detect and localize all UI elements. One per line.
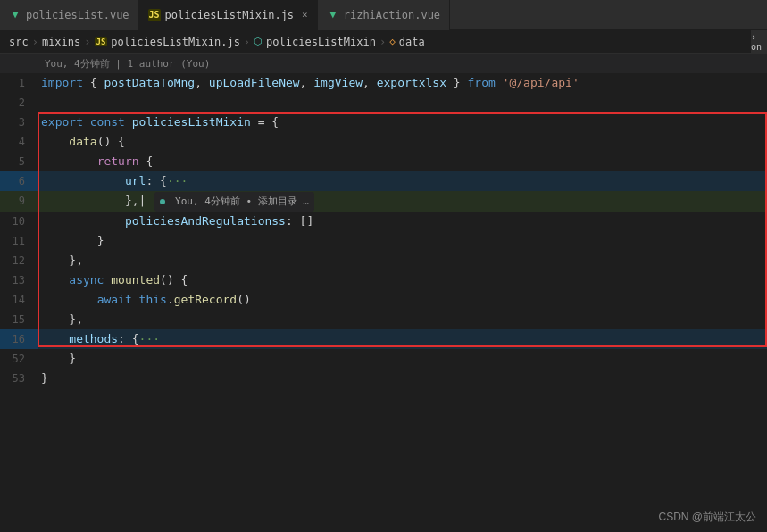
js-icon: JS — [148, 9, 161, 21]
tooltip-dot — [160, 199, 165, 204]
git-inline-tooltip: You, 4分钟前 • 添加目录 … — [154, 192, 313, 212]
breadcrumb-mixins: mixins — [42, 36, 80, 48]
tab-label: rizhiAction.vue — [344, 9, 440, 21]
breadcrumb: src › mixins › JS policiesListMixin.js ›… — [0, 30, 767, 54]
vue-icon: ▼ — [9, 9, 21, 21]
code-line-11: 11 } — [0, 231, 767, 251]
breadcrumb-src: src — [9, 36, 29, 48]
code-line-13: 13 async mounted() { — [0, 270, 767, 290]
code-line-10: 10 policiesAndRegulationss: [] — [0, 212, 767, 231]
git-blame-bar: You, 4分钟前 | 1 author (You) — [0, 54, 767, 73]
breadcrumb-sep4: › — [379, 36, 386, 48]
tab-close-button[interactable]: × — [302, 9, 308, 21]
vue-icon-2: ▼ — [327, 9, 339, 21]
right-panel-indicator[interactable]: › on — [751, 30, 767, 54]
breadcrumb-sep2: › — [84, 36, 90, 48]
code-line-1: 1 import { postDataToMng, upLoadFileNew,… — [0, 73, 767, 93]
breadcrumb-class: policiesListMixin — [266, 36, 376, 48]
code-line-12: 12 }, — [0, 251, 767, 270]
code-line-14: 14 await this.getRecord() — [0, 290, 767, 310]
tab-bar: ▼ policiesList.vue JS policiesListMixin.… — [0, 0, 767, 30]
code-line-5: 5 return { — [0, 152, 767, 171]
watermark: CSDN @前端江太公 — [658, 510, 756, 525]
code-line-52: 52 } — [0, 349, 767, 369]
code-line-15: 15 }, — [0, 310, 767, 329]
editor-window: ▼ policiesList.vue JS policiesListMixin.… — [0, 0, 767, 532]
right-panel-label: › on — [751, 32, 767, 52]
breadcrumb-data: data — [399, 36, 425, 48]
code-line-16: 16 methods: {··· — [0, 329, 767, 349]
watermark-text: CSDN @前端江太公 — [658, 511, 756, 523]
tab-label: policiesList.vue — [26, 9, 129, 21]
code-line-3: 3 export const policiesListMixin = { — [0, 112, 767, 132]
tab-policieslist-vue[interactable]: ▼ policiesList.vue — [0, 0, 139, 30]
breadcrumb-data-icon: ◇ — [389, 36, 396, 47]
git-blame-text: You, 4分钟前 | 1 author (You) — [45, 57, 210, 71]
code-line-53: 53 } — [0, 369, 767, 388]
code-line-2: 2 — [0, 93, 767, 112]
breadcrumb-js-icon: JS — [95, 37, 108, 46]
breadcrumb-filename: policiesListMixin.js — [111, 36, 240, 48]
code-line-9: 9 },| You, 4分钟前 • 添加目录 … — [0, 191, 767, 212]
tab-label: policiesListMixin.js — [165, 9, 295, 21]
breadcrumb-sep1: › — [32, 36, 38, 48]
breadcrumb-sep3: › — [244, 36, 250, 48]
code-line-6: 6 url: {··· — [0, 171, 767, 191]
breadcrumb-ref-icon: ⬡ — [254, 36, 263, 47]
tab-policieslistmixin-js[interactable]: JS policiesListMixin.js × — [139, 0, 318, 30]
tab-rizhiaction-vue[interactable]: ▼ rizhiAction.vue — [318, 0, 450, 30]
code-line-4: 4 data() { — [0, 132, 767, 152]
code-editor[interactable]: 1 import { postDataToMng, upLoadFileNew,… — [0, 73, 767, 388]
